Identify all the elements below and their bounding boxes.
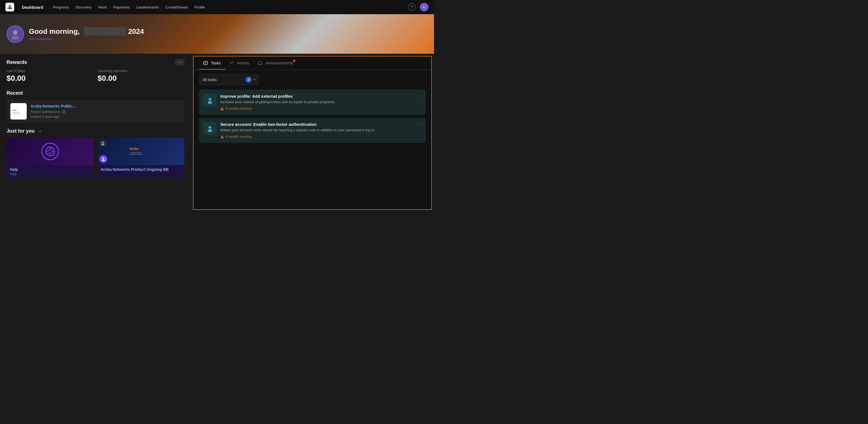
nav-payments[interactable]: Payments <box>113 5 129 9</box>
task-overdue-0: ! 6 months overdue <box>220 107 422 111</box>
svg-point-29 <box>208 129 212 132</box>
help-button[interactable]: ? <box>408 3 415 11</box>
task-card-0[interactable]: Improve profile: Add external profiles I… <box>199 89 426 115</box>
navbar-right: ? U <box>408 3 429 11</box>
tasks-panel: Tasks Activity Announcements All tasks <box>193 56 432 210</box>
navbar: Dashboard Programs Discovery Work Paymen… <box>0 0 434 14</box>
task-more-0[interactable]: ⋯ <box>417 93 423 99</box>
rewards-header: Rewards » « <box>6 59 184 65</box>
nav-discovery[interactable]: Discovery <box>75 5 92 9</box>
main-content: Rewards » « Last 30 days $0.00 Upcoming … <box>0 54 434 212</box>
task-desc-0: Increase your chance of getting invites … <box>220 100 422 105</box>
tab-activity[interactable]: Activity <box>225 56 253 69</box>
tab-tasks[interactable]: Tasks <box>199 56 225 69</box>
halp-thumb <box>6 138 94 165</box>
task-card-1[interactable]: Secure account: Enable two-factor authen… <box>199 118 426 143</box>
just-card-halp[interactable]: Halp Halp <box>6 138 94 178</box>
announcements-dot <box>293 60 295 62</box>
rewards-title: Rewards <box>6 59 27 65</box>
halp-name: Halp <box>10 167 90 172</box>
svg-point-4 <box>12 36 19 39</box>
filter-label: All tasks <box>203 78 243 82</box>
svg-point-24 <box>209 98 211 101</box>
set-availability-link[interactable]: Set availability › <box>29 37 144 41</box>
svg-text:a Hewlett Packard: a Hewlett Packard <box>12 112 20 113</box>
nav-leaderboards[interactable]: Leaderboards <box>136 5 159 9</box>
just-card-aruba[interactable]: aruba a Hewlett Packard Enterprise compa… <box>97 138 184 178</box>
card-badge <box>99 155 107 163</box>
panel-tabs: Tasks Activity Announcements <box>193 56 431 70</box>
svg-point-28 <box>209 126 211 129</box>
aruba-thumb: aruba a Hewlett Packard Enterprise compa… <box>97 138 184 165</box>
task-content-0: Improve profile: Add external profiles I… <box>220 94 422 111</box>
nav-work[interactable]: Work <box>98 5 106 9</box>
halp-icon <box>41 143 59 160</box>
hero-banner: Good morning, ████████ 2024 Set availabi… <box>0 14 434 54</box>
upcoming-value: $0.00 <box>98 74 184 83</box>
task-overdue-1: ! 6 months overdue <box>220 135 422 139</box>
hero-greeting: Good morning, ████████ 2024 <box>29 27 144 36</box>
recent-info: Aruba Networks Public... Recent submissi… <box>31 104 181 119</box>
recent-card[interactable]: aruba a Hewlett Packard Enterprise compa… <box>6 100 184 123</box>
aruba-card-name: Aruba Networks Product Ongoing BB <box>101 167 181 172</box>
task-content-1: Secure account: Enable two-factor authen… <box>220 122 422 139</box>
task-list: Improve profile: Add external profiles I… <box>193 89 431 148</box>
task-more-1[interactable]: ⋯ <box>417 121 423 127</box>
task-filter-row: All tasks 2 ▾ <box>193 70 431 89</box>
task-desc-1: Makes your account more secure by requir… <box>220 128 422 133</box>
recent-time: Drafted 2 hours ago <box>31 115 181 119</box>
task-title-1: Secure account: Enable two-factor authen… <box>220 122 422 126</box>
rewards-upcoming: Upcoming payments $0.00 <box>98 69 184 83</box>
nav-programs[interactable]: Programs <box>53 5 69 9</box>
svg-text:aruba: aruba <box>129 147 138 151</box>
task-icon-1 <box>204 122 216 135</box>
last30-value: $0.00 <box>6 74 93 83</box>
svg-point-15 <box>101 144 104 145</box>
collapse-button[interactable]: » « <box>175 59 184 65</box>
recent-title: Recent <box>6 90 184 96</box>
svg-text:a Hewlett Packard: a Hewlett Packard <box>129 152 142 153</box>
svg-text:Enterprise company: Enterprise company <box>12 113 21 114</box>
svg-text:Enterprise company: Enterprise company <box>129 153 143 155</box>
recent-logo: aruba a Hewlett Packard Enterprise compa… <box>10 103 27 119</box>
hero-text: Good morning, ████████ 2024 Set availabi… <box>29 27 144 41</box>
just-grid: Halp Halp aruba <box>6 138 184 178</box>
nav-crowdstream[interactable]: CrowdStream <box>165 5 188 9</box>
just-for-you-arrow[interactable]: → <box>37 129 42 134</box>
card-user-icon <box>99 140 106 146</box>
rewards-last30: Last 30 days $0.00 <box>6 69 93 83</box>
svg-text:!: ! <box>222 136 223 139</box>
hero-avatar <box>6 25 24 43</box>
aruba-card-info: Aruba Networks Product Ongoing BB <box>97 165 184 174</box>
svg-rect-20 <box>204 61 208 65</box>
recent-name: Aruba Networks Public... <box>31 104 181 108</box>
submissions-badge: 0 <box>61 109 66 114</box>
svg-point-3 <box>13 30 18 35</box>
filter-chevron: ▾ <box>254 78 255 82</box>
user-avatar[interactable]: U <box>420 3 429 11</box>
rewards-grid: Last 30 days $0.00 Upcoming payments $0.… <box>6 69 184 83</box>
nav-brand[interactable]: Dashboard <box>22 5 43 9</box>
nav-links: Programs Discovery Work Payments Leaderb… <box>53 5 205 9</box>
svg-point-9 <box>48 149 52 153</box>
upcoming-label: Upcoming payments <box>98 69 184 73</box>
svg-text:!: ! <box>222 108 223 111</box>
svg-point-25 <box>208 101 212 104</box>
brand-logo[interactable] <box>5 3 14 11</box>
halp-info: Halp Halp <box>6 165 94 178</box>
svg-point-14 <box>102 142 103 143</box>
task-filter-dropdown[interactable]: All tasks 2 ▾ <box>199 74 259 85</box>
task-icon-0 <box>204 94 216 107</box>
svg-point-19 <box>103 158 104 159</box>
task-title-0: Improve profile: Add external profiles <box>220 94 422 98</box>
svg-text:aruba: aruba <box>12 109 17 111</box>
just-for-you-title: Just for you → <box>6 128 184 134</box>
halp-desc: Halp <box>10 172 90 176</box>
filter-badge: 2 <box>246 77 252 83</box>
nav-profile[interactable]: Profile <box>194 5 205 9</box>
last30-label: Last 30 days <box>6 69 93 73</box>
left-panel: Rewards » « Last 30 days $0.00 Upcoming … <box>0 54 191 212</box>
recent-submissions: Recent submissions 0 <box>31 109 181 114</box>
tab-announcements[interactable]: Announcements <box>253 56 298 69</box>
